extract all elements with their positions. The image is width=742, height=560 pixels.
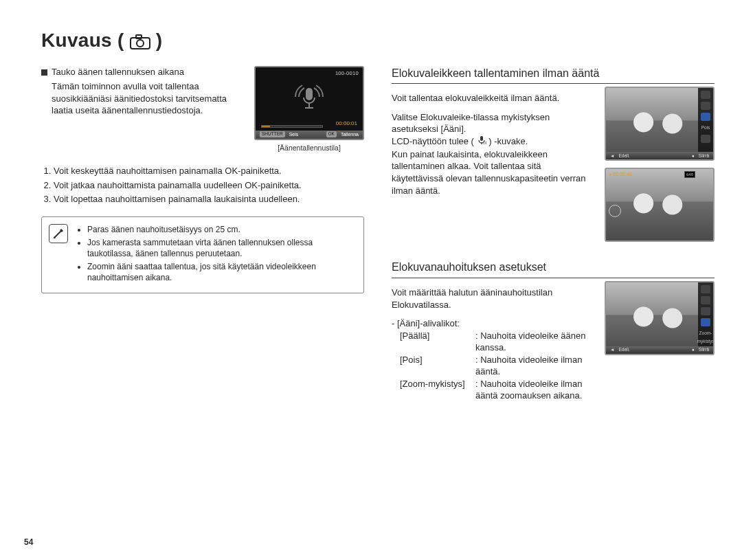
submenu-val: : Nauhoita videoleike ilman ääntä. [475,354,595,378]
submenu-table: [Päällä] : Nauhoita videoleike äänen kan… [400,330,595,402]
save-label: Tallenna [341,131,359,137]
section1-lead: Voit tallentaa elokuvaleikkeitä ilman ää… [392,92,595,104]
submenu-val: : Nauhoita videoleike äänen kanssa. [475,330,595,354]
movie-menu-figure: Pois ◄Edell. ●Siirrä [605,87,715,161]
screen-footer-bar: SHUTTER Seis OK Tallenna [256,131,363,139]
steps-list: Voit keskeyttää nauhoittamisen painamall… [41,165,364,205]
section1-body-b-pre: LCD-näyttöön tulee ( [392,136,474,146]
mic-off-icon: OFF [477,135,486,148]
section1-body-c: Kun painat laukaisinta, elokuvaleikkeen … [392,148,595,197]
menu-right-label: Siirrä [699,347,709,353]
menu-sidebar: Zoom-mykistys [698,282,713,346]
svg-text:OFF: OFF [483,142,486,145]
voice-record-figure: 100-0010 [254,66,364,153]
sidebar-selected-label: Pois [701,124,710,132]
submenu-val: : Nauhoita videoleike ilman ääntä zoomau… [475,378,595,402]
note-icon [49,224,68,243]
step-item: Voit keskeyttää nauhoittamisen painamall… [54,165,364,177]
step-item: Voit lopettaa nauhoittamisen painamalla … [54,193,364,205]
movie-settings-figure: Zoom-mykistys ◄Edell. ●Siirrä [605,281,715,402]
page-title: Kuvaus ( ) [41,27,715,54]
page-number: 54 [24,537,33,548]
note-item: Jos kamerasta sammutetaan virta äänen ta… [87,237,355,259]
step-item: Voit jatkaa nauhoittamista painamalla uu… [54,179,364,192]
menu-right-label: Siirrä [699,153,709,159]
record-osd-time: ● 00:00:48 [609,171,631,177]
note-item: Zoomin ääni saattaa tallentua, jos sitä … [87,261,355,283]
sidebar-selected-label: Zoom-mykistys [696,329,715,337]
pause-heading-text: Tauko äänen tallennuksen aikana [52,67,184,77]
submenu-row: [Päällä] : Nauhoita videoleike äänen kan… [400,330,595,354]
section2-lead: Voit määrittää halutun ääninauhoitustila… [392,287,595,311]
section1-title: Elokuvaleikkeen tallentaminen ilman äänt… [392,66,715,85]
section1-body-b: LCD-näyttöön tulee ( OFF ) -kuvake. [392,135,595,148]
svg-rect-6 [480,136,483,141]
progress-bar [261,125,323,128]
svg-rect-4 [308,103,310,107]
voice-record-caption: [Äänentallennustila] [254,143,364,153]
submenu-row: [Zoom-mykistys] : Nauhoita videoleike il… [400,378,595,402]
section1-body-b-suf: ) -kuvake. [488,136,528,146]
submenu-key: [Päällä] [400,330,475,354]
svg-rect-1 [136,35,142,38]
left-column: Tauko äänen tallennuksen aikana Tämän to… [41,66,364,402]
ok-button-label: OK [326,131,337,137]
stop-label: Seis [289,131,299,137]
title-text-close: ) [156,27,163,54]
camera-icon [130,27,150,54]
microphone-icon [293,81,325,113]
note-box: Paras äänen nauhoitusetäisyys on 25 cm. … [41,216,364,293]
title-text-open: Kuvaus ( [41,27,124,54]
submenu-label: - [Ääni]-alivalikot: [392,317,595,330]
svg-rect-7 [481,143,482,144]
submenu-key: [Pois] [400,354,475,378]
svg-point-2 [137,40,144,47]
svg-rect-3 [306,88,313,100]
right-column: Elokuvaleikkeen tallentaminen ilman äänt… [392,66,715,402]
menu-left-label: Edell. [618,153,629,159]
submenu-row: [Pois] : Nauhoita videoleike ilman ääntä… [400,354,595,378]
section1-body-a: Valitse Elokuvaleike-tilassa mykistyksen… [392,111,595,135]
pause-heading: Tauko äänen tallennuksen aikana [41,66,245,78]
movie-record-figure: ● 00:00:48 640 [605,168,715,242]
record-timer: 00:00:01 [336,120,357,128]
bullet-square-icon [41,69,47,76]
menu-sidebar: Pois [698,88,713,152]
section2-title: Elokuvanauhoituksen asetukset [392,260,715,278]
note-item: Paras äänen nauhoitusetäisyys on 25 cm. [87,224,355,235]
resolution-badge: 640 [684,171,695,178]
svg-rect-5 [305,107,313,109]
file-counter: 100-0010 [335,70,359,77]
menu-left-label: Edell. [618,347,629,353]
submenu-key: [Zoom-mykistys] [400,378,475,402]
shutter-button-label: SHUTTER [260,131,285,137]
pause-intro: Tämän toiminnon avulla voit tallentaa su… [52,80,245,117]
